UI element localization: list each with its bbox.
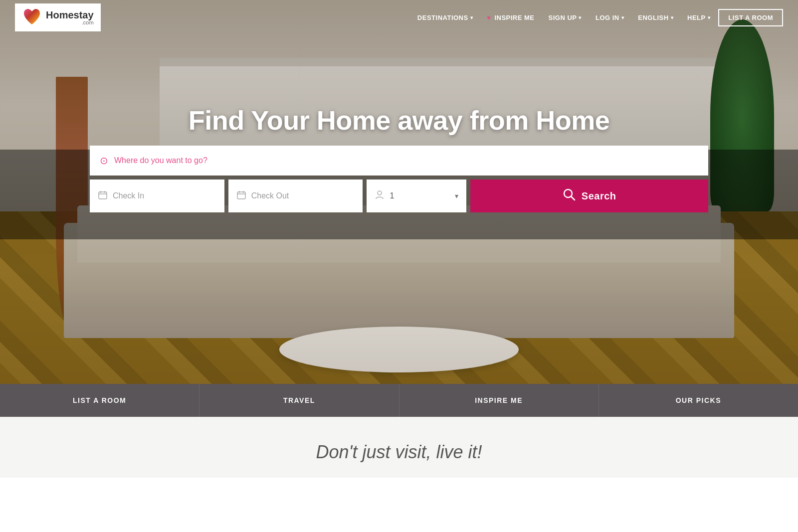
hero-section: Homestay .com DESTINATIONS ▾ ♥ INSPIRE M… [0,0,798,384]
logo[interactable]: Homestay .com [15,3,101,31]
search-button-label: Search [582,190,616,202]
svg-rect-4 [237,192,245,199]
check-out-calendar-icon [236,190,246,202]
tagline-text: Don't just visit, live it! [316,442,482,463]
login-chevron: ▾ [621,15,624,20]
tagline-section: Don't just visit, live it! [0,417,798,478]
guests-icon [375,190,385,202]
destinations-chevron: ▾ [470,15,473,20]
bottom-nav-list-a-room[interactable]: LIST A ROOM [0,384,200,417]
search-button[interactable]: Search [470,179,708,212]
search-icon [563,188,576,204]
nav-english[interactable]: ENGLISH ▾ [632,10,679,25]
hero-title: Find Your Home away from Home [179,105,620,136]
logo-name: Homestay [46,10,94,20]
search-container: ⊙ Check In [90,146,708,212]
nav-list-a-room[interactable]: LIST A ROOM [718,9,783,26]
check-in-field[interactable]: Check In [90,179,224,212]
english-chevron: ▾ [671,15,674,20]
nav-log-in[interactable]: LOG IN ▾ [590,10,630,25]
nav-destinations[interactable]: DESTINATIONS ▾ [411,10,479,25]
check-in-calendar-icon [98,190,108,202]
svg-point-8 [378,191,382,195]
guests-value: 1 [390,191,394,200]
check-out-field[interactable]: Check Out [228,179,363,212]
signup-chevron: ▾ [579,15,582,20]
logo-text: Homestay .com [46,10,94,25]
destination-bar[interactable]: ⊙ [90,146,708,176]
check-in-label: Check In [113,191,144,200]
bottom-nav: LIST A ROOM TRAVEL INSPIRE ME OUR PICKS [0,384,798,417]
nav-help[interactable]: HELP ▾ [681,10,716,25]
main-nav: DESTINATIONS ▾ ♥ INSPIRE ME SIGN UP ▾ LO… [411,9,783,26]
bottom-nav-travel[interactable]: TRAVEL [200,384,399,417]
logo-domain: .com [46,20,94,25]
site-header: Homestay .com DESTINATIONS ▾ ♥ INSPIRE M… [0,0,798,35]
bottom-nav-inspire-me[interactable]: INSPIRE ME [399,384,599,417]
nav-sign-up[interactable]: SIGN UP ▾ [543,10,588,25]
search-row: Check In Check Out [90,179,708,212]
guests-chevron-icon: ▾ [455,192,458,200]
logo-heart-icon [22,7,42,27]
location-icon: ⊙ [100,155,108,167]
bottom-nav-our-picks[interactable]: OUR PICKS [599,384,798,417]
nav-inspire-me[interactable]: ♥ INSPIRE ME [481,10,540,25]
help-chevron: ▾ [708,15,711,20]
inspire-heart-icon: ♥ [487,14,491,21]
check-out-label: Check Out [251,191,289,200]
svg-line-10 [571,196,575,200]
destination-input[interactable] [114,156,698,165]
svg-rect-0 [99,192,107,199]
guests-field[interactable]: 1 ▾ [367,179,466,212]
